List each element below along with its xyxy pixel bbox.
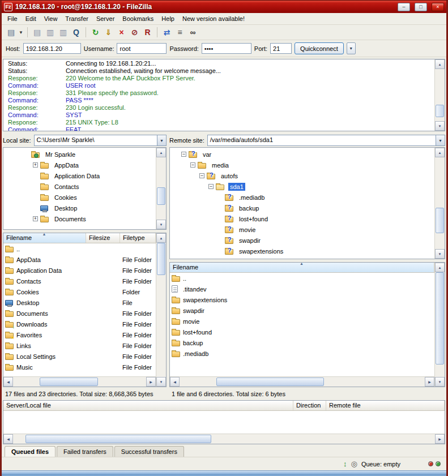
scroll-thumb[interactable] <box>436 208 444 233</box>
scroll-left-button[interactable]: ◀ <box>3 377 13 387</box>
menu-item-help[interactable]: Help <box>157 14 178 24</box>
menu-item-bookmarks[interactable]: Bookmarks <box>118 14 157 24</box>
tree-item-contacts[interactable]: Contacts <box>3 181 156 192</box>
scroll-down-button[interactable]: ▼ <box>435 249 445 259</box>
tree-expander[interactable]: − <box>208 184 214 189</box>
host-input[interactable] <box>23 43 81 54</box>
scroll-up-button[interactable]: ▲ <box>156 148 166 157</box>
minimize-button[interactable]: – <box>398 3 410 11</box>
local-list-hscrollbar[interactable]: ◀ ▶ <box>3 376 156 387</box>
local-tree-scrollbar[interactable]: ▲ ▼ <box>156 148 166 229</box>
scroll-right-button[interactable]: ▶ <box>435 434 445 444</box>
disconnect-button[interactable]: ⊘ <box>128 26 141 38</box>
quickconnect-dropdown-button[interactable]: ▼ <box>347 42 356 54</box>
file-row-cookies[interactable]: CookiesFolder <box>3 286 156 297</box>
remote-site-dropdown-button[interactable]: ▼ <box>436 135 445 145</box>
menu-item-view[interactable]: View <box>40 14 62 24</box>
scroll-thumb[interactable] <box>157 187 165 205</box>
scroll-down-button[interactable]: ▼ <box>156 220 166 229</box>
scroll-down-button[interactable]: ▼ <box>435 121 445 131</box>
scroll-right-button[interactable]: ▶ <box>146 377 156 387</box>
remote-list-scrollbar[interactable]: ▲ ▼ <box>434 263 445 387</box>
column-header-filename[interactable]: Filename▲ <box>170 263 434 272</box>
file-row-documents[interactable]: DocumentsFile Folder <box>3 308 156 319</box>
file-row-application-data[interactable]: Application DataFile Folder <box>3 265 156 276</box>
remote-list-hscrollbar[interactable]: ◀ ▶ <box>170 376 434 387</box>
toggle-queue-button[interactable]: Q <box>70 26 83 38</box>
file-row-swapextensions[interactable]: swapextensions <box>170 294 434 305</box>
scroll-thumb[interactable] <box>216 378 325 386</box>
scroll-track[interactable] <box>435 272 445 377</box>
toggle-remote-tree-button[interactable]: ▥ <box>57 26 70 38</box>
scroll-thumb[interactable] <box>25 435 211 443</box>
tree-item-media[interactable]: −media <box>170 160 434 170</box>
file-row-movie[interactable]: movie <box>170 316 434 327</box>
find-files-button[interactable]: ∞ <box>186 26 199 38</box>
quickconnect-button[interactable]: Quickconnect <box>295 42 344 54</box>
scroll-track[interactable] <box>435 157 445 249</box>
tree-item-documents[interactable]: +Documents <box>3 213 156 224</box>
tree-item-cookies[interactable]: Cookies <box>3 192 156 203</box>
tree-item-application-data[interactable]: Application Data <box>3 170 156 181</box>
scroll-track[interactable] <box>435 69 445 121</box>
column-header-filetype[interactable]: Filetype <box>120 233 156 243</box>
file-row-links[interactable]: LinksFile Folder <box>3 340 156 351</box>
password-input[interactable] <box>202 43 251 54</box>
port-input[interactable] <box>270 43 292 54</box>
file-row-item[interactable]: .. <box>170 273 434 284</box>
tree-expander[interactable]: − <box>199 173 204 178</box>
menu-item-server[interactable]: Server <box>92 14 118 24</box>
tab-successful-transfers[interactable]: Successful transfers <box>114 446 184 457</box>
tree-item-sda1[interactable]: −sda1 <box>170 181 434 192</box>
scroll-track[interactable] <box>156 157 166 220</box>
scroll-thumb[interactable] <box>436 105 444 117</box>
scroll-up-button[interactable]: ▲ <box>435 263 445 272</box>
file-row-swapdir[interactable]: swapdir <box>170 305 434 316</box>
site-manager-dropdown-button[interactable]: ▼ <box>18 26 24 38</box>
tree-expander[interactable]: + <box>33 216 38 221</box>
scroll-track[interactable] <box>180 377 425 387</box>
file-row-backup[interactable]: backup <box>170 337 434 348</box>
tree-item-desktop[interactable]: Desktop <box>3 203 156 213</box>
scroll-thumb[interactable] <box>40 378 98 386</box>
file-row-lost-found[interactable]: lost+found <box>170 327 434 337</box>
tree-item-mr-sparkle[interactable]: Mr Sparkle <box>3 149 156 160</box>
scroll-up-button[interactable]: ▲ <box>156 233 166 243</box>
refresh-button[interactable]: ↻ <box>89 26 102 38</box>
file-row-titandev[interactable]: .titandev <box>170 284 434 294</box>
tree-item-swapextensions[interactable]: swapextensions <box>170 246 434 256</box>
local-list-scrollbar[interactable]: ▲ ▼ <box>156 233 166 387</box>
tree-item-lost-found[interactable]: lost+found <box>170 213 434 224</box>
tree-item-dvd[interactable]: dvd <box>170 256 434 259</box>
tab-queued-files[interactable]: Queued files <box>5 446 56 457</box>
tree-expander[interactable]: − <box>181 152 186 157</box>
menu-item-transfer[interactable]: Transfer <box>61 14 92 24</box>
file-row-music[interactable]: MusicFile Folder <box>3 362 156 372</box>
close-button[interactable]: × <box>432 3 444 11</box>
scroll-thumb[interactable] <box>436 272 444 364</box>
scroll-track[interactable] <box>13 434 435 444</box>
file-row-mediadb[interactable]: .mediadb <box>170 348 434 359</box>
scroll-up-button[interactable]: ▲ <box>435 148 445 157</box>
tree-expander[interactable]: − <box>190 162 195 168</box>
scroll-track[interactable] <box>13 377 146 387</box>
scroll-right-button[interactable]: ▶ <box>425 377 434 387</box>
log-scrollbar[interactable]: ▲ ▼ <box>434 59 445 131</box>
column-header-filename[interactable]: Filename▲ <box>3 233 86 243</box>
site-manager-button[interactable]: ▤ <box>5 26 18 38</box>
file-row-contacts[interactable]: ContactsFile Folder <box>3 276 156 286</box>
scroll-left-button[interactable]: ◀ <box>170 377 180 387</box>
process-queue-button[interactable]: ⇓ <box>102 26 115 38</box>
menu-item-new-version-available[interactable]: New version available! <box>178 14 249 24</box>
file-row-desktop[interactable]: DesktopFile <box>3 297 156 308</box>
scroll-up-button[interactable]: ▲ <box>435 59 445 69</box>
tree-item-autofs[interactable]: −autofs <box>170 170 434 181</box>
queue-hscrollbar[interactable]: ◀ ▶ <box>3 434 445 444</box>
reconnect-button[interactable]: R <box>141 26 154 38</box>
file-row-appdata[interactable]: AppDataFile Folder <box>3 254 156 265</box>
scroll-left-button[interactable]: ◀ <box>3 434 13 444</box>
remote-site-combo[interactable]: /var/media/autofs/sda1 ▼ <box>207 135 445 146</box>
tree-item-appdata[interactable]: +AppData <box>3 160 156 170</box>
remote-tree-scrollbar[interactable]: ▲ ▼ <box>434 148 445 259</box>
tree-item-backup[interactable]: backup <box>170 203 434 213</box>
